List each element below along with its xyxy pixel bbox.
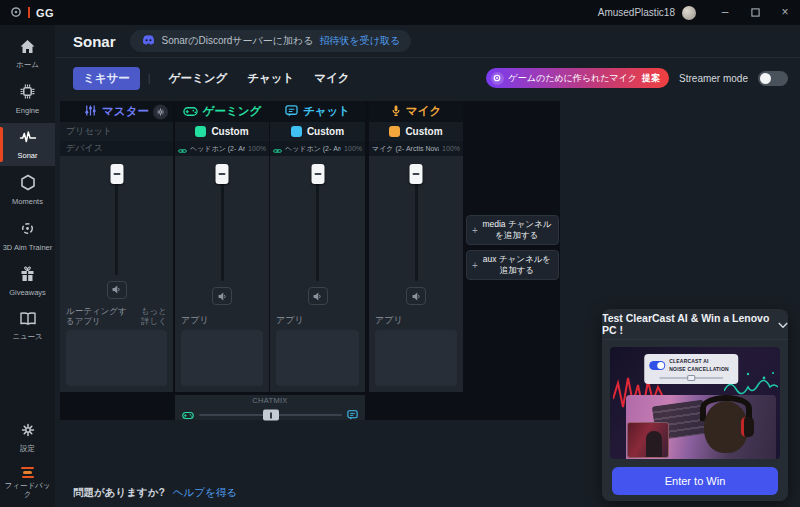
- chatmix-handle[interactable]: [263, 410, 279, 421]
- chat-preset-icon: [291, 126, 302, 137]
- sidebar-item-giveaways[interactable]: Giveaways: [0, 260, 55, 303]
- mic-mute-button[interactable]: [406, 287, 426, 305]
- slider-handle[interactable]: [410, 164, 423, 184]
- gaming-preset-select[interactable]: Custom: [175, 122, 269, 141]
- add-aux-channel-button[interactable]: + aux チャンネルを追加する: [466, 250, 559, 280]
- mic-volume-slider[interactable]: [369, 156, 463, 287]
- tab-mic[interactable]: マイク: [304, 67, 359, 90]
- sidebar-item-home[interactable]: ホーム: [0, 33, 55, 75]
- chat-preset-select[interactable]: Custom: [270, 122, 365, 141]
- discord-icon: [141, 32, 156, 50]
- picture-in-picture-graphic: [627, 422, 669, 458]
- mic-ad-pill[interactable]: ゲームのために作られたマイク 提案: [486, 68, 670, 88]
- sidebar: ホーム Engine Sonar Moments 3D Aim Trainer …: [0, 25, 55, 507]
- chatmix-slider[interactable]: [199, 414, 342, 416]
- sidebar-item-moments[interactable]: Moments: [0, 168, 55, 212]
- sidebar-item-settings[interactable]: 設定: [0, 416, 55, 459]
- logo-divider: [28, 7, 30, 18]
- home-icon: [19, 39, 36, 57]
- chat-mute-button[interactable]: [308, 287, 328, 305]
- channel-master: マスター プリセット デバイス: [60, 101, 173, 392]
- clearcast-panel: CLEARCAST AI NOISE CANCELLATION: [644, 354, 738, 384]
- clearcast-slider: [659, 377, 723, 379]
- mic-ad-badge: 提案: [642, 72, 660, 85]
- crosshair-icon: [19, 220, 36, 240]
- mixer-panel: マスター プリセット デバイス: [60, 101, 560, 420]
- master-mute-button[interactable]: [107, 281, 127, 299]
- streamer-photo: [626, 395, 776, 459]
- mic-preset-select[interactable]: Custom: [369, 122, 463, 141]
- gaming-device-select[interactable]: ヘッドホン (2- Arctis ... 100%: [175, 141, 269, 156]
- chatmix-panel: CHATMIX: [175, 395, 365, 420]
- sidebar-item-news[interactable]: ニュース: [0, 305, 55, 347]
- news-book-icon: [19, 311, 37, 329]
- discord-invite-link[interactable]: 招待状を受け取る: [320, 34, 401, 48]
- promo-header[interactable]: Test ClearCast AI & Win a Lenovo PC !: [602, 309, 788, 340]
- titlebar: GG AmusedPlastic18 – ×: [0, 0, 800, 25]
- chatmix-gamepad-icon: [182, 406, 194, 424]
- mic-header: マイク: [369, 101, 463, 122]
- promo-image: CLEARCAST AI NOISE CANCELLATION: [610, 347, 780, 459]
- sliders-icon: [84, 103, 97, 121]
- gift-icon: [19, 266, 36, 285]
- chat-title: チャット: [303, 104, 350, 119]
- close-button[interactable]: ×: [770, 0, 800, 25]
- steelseries-badge-icon: [491, 72, 504, 85]
- link-icon: [178, 140, 187, 158]
- chatmix-chat-icon: [347, 406, 358, 424]
- mic-ad-text: ゲームのために作られたマイク: [509, 72, 638, 85]
- channel-chat: チャット Custom ヘッドホン (2- Arctis ... 100%: [270, 101, 365, 392]
- slider-handle[interactable]: [110, 164, 123, 184]
- sidebar-item-sonar[interactable]: Sonar: [0, 123, 55, 166]
- discord-invite-pill: SonarのDiscordサーバーに加わる 招待状を受け取る: [130, 30, 412, 52]
- username: AmusedPlastic18: [598, 7, 675, 18]
- feedback-icon: [21, 467, 34, 479]
- tab-gaming[interactable]: ゲーミング: [159, 67, 238, 90]
- enter-to-win-button[interactable]: Enter to Win: [612, 467, 778, 495]
- chat-apps-section: アプリ: [270, 310, 365, 392]
- mic-preset-icon: [389, 126, 400, 137]
- tab-mixer[interactable]: ミキサー: [73, 67, 140, 90]
- sidebar-item-feedback[interactable]: フィードバック: [0, 461, 55, 506]
- headset-earcup-graphic: [741, 417, 754, 437]
- promo-card: Test ClearCast AI & Win a Lenovo PC ! CL…: [602, 309, 788, 501]
- chat-slider-area: [270, 156, 365, 310]
- user-avatar[interactable]: [682, 6, 696, 20]
- chat-apps-box: [276, 330, 359, 386]
- master-settings-button[interactable]: [153, 104, 168, 119]
- discord-invite-text: SonarのDiscordサーバーに加わる: [162, 34, 314, 48]
- mic-device-select[interactable]: マイク (2- Arctis Nova Elite) 100%: [369, 141, 463, 156]
- gamepad-icon: [183, 103, 198, 121]
- master-volume-slider[interactable]: [60, 156, 173, 281]
- slider-handle[interactable]: [216, 164, 229, 184]
- tab-chat[interactable]: チャット: [237, 67, 304, 90]
- gaming-volume-slider[interactable]: [175, 156, 269, 287]
- gaming-mute-button[interactable]: [212, 287, 232, 305]
- page-title: Sonar: [73, 33, 116, 50]
- chat-volume-slider[interactable]: [270, 156, 365, 287]
- add-media-channel-button[interactable]: + media チャンネルを追加する: [466, 215, 559, 245]
- maximize-button[interactable]: [740, 0, 770, 25]
- routing-apps-label: ルーティングするアプリ: [66, 306, 129, 327]
- channel-mic: マイク Custom マイク (2- Arctis Nova Elite) 10…: [369, 101, 463, 392]
- gaming-preset-icon: [195, 126, 206, 137]
- sidebar-item-engine[interactable]: Engine: [0, 77, 55, 121]
- slider-handle[interactable]: [311, 164, 324, 184]
- minimize-button[interactable]: –: [710, 0, 740, 25]
- gaming-header: ゲーミング: [175, 101, 269, 122]
- tab-bar: ミキサー | ゲーミング チャット マイク ゲームのために作られたマイク 提案 …: [55, 58, 800, 98]
- promo-title: Test ClearCast AI & Win a Lenovo PC !: [602, 312, 771, 336]
- mic-apps-section: アプリ: [369, 310, 463, 392]
- link-icon: [273, 140, 282, 158]
- tab-separator: |: [148, 72, 151, 84]
- microphone-icon: [391, 103, 401, 121]
- streamer-mode-label: Streamer mode: [679, 73, 748, 84]
- chat-header: チャット: [270, 101, 365, 122]
- streamer-mode-toggle[interactable]: [758, 71, 788, 86]
- channel-gaming: ゲーミング Custom ヘッドホン (2- Arctis ... 100%: [175, 101, 269, 392]
- chat-device-select[interactable]: ヘッドホン (2- Arctis ... 100%: [270, 141, 365, 156]
- learn-more-link[interactable]: もっと詳しく: [133, 306, 167, 327]
- get-help-link[interactable]: ヘルプを得る: [173, 486, 237, 498]
- sidebar-item-3d-aim-trainer[interactable]: 3D Aim Trainer: [0, 214, 55, 258]
- gg-app-window: GG AmusedPlastic18 – × ホーム Engine Sonar …: [0, 0, 800, 507]
